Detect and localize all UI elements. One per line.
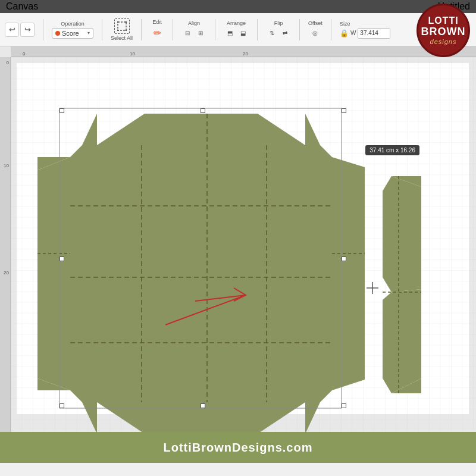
svg-point-2 bbox=[125, 21, 127, 23]
operation-value: Score bbox=[62, 30, 86, 37]
right-panel bbox=[332, 157, 365, 390]
divider-4 bbox=[173, 19, 173, 40]
left-panel bbox=[37, 157, 70, 390]
divider-7 bbox=[299, 19, 300, 40]
logo-brown: BROWN bbox=[421, 26, 466, 38]
divider-5 bbox=[215, 19, 215, 40]
logo-circle: LOTTI BROWN designs bbox=[416, 4, 470, 57]
operation-select[interactable]: Score ▾ bbox=[52, 28, 93, 39]
undo-button[interactable]: ↩ bbox=[5, 23, 19, 37]
flip-icons: ⇅ ⇄ bbox=[266, 27, 291, 39]
sel-handle-ml[interactable] bbox=[60, 256, 64, 261]
toolbar: ↩ ↪ Operation Score ▾ Select All Edit ✏ bbox=[0, 13, 476, 46]
divider-1 bbox=[43, 19, 43, 40]
top-bar: Canvas Untitled bbox=[0, 0, 476, 13]
flip-group: Flip ⇅ ⇄ bbox=[266, 20, 291, 39]
main-panel bbox=[70, 145, 332, 402]
operation-color-dot bbox=[55, 31, 60, 36]
sel-handle-bm[interactable] bbox=[201, 403, 205, 408]
align-left-button[interactable]: ⊟ bbox=[181, 27, 193, 39]
ruler-left: 0 10 20 bbox=[0, 57, 11, 432]
sel-handle-mr[interactable] bbox=[342, 256, 346, 261]
size-label: Size bbox=[340, 21, 350, 27]
operation-label: Operation bbox=[61, 21, 84, 27]
redo-button[interactable]: ↪ bbox=[20, 23, 35, 37]
size-w-label: W bbox=[350, 30, 356, 36]
canvas-area[interactable]: 0 10 20 0 10 20 bbox=[0, 46, 476, 432]
ruler-v-tick-20: 20 bbox=[4, 270, 9, 275]
svg-rect-0 bbox=[118, 22, 126, 30]
size-w-row: 🔒 W bbox=[340, 28, 390, 39]
edit-group: Edit ✏ bbox=[150, 19, 164, 40]
align-label: Align bbox=[188, 20, 200, 26]
size-tooltip: 37.41 cm x 16.26 bbox=[365, 145, 419, 155]
arrange-button-1[interactable]: ⬒ bbox=[224, 27, 236, 39]
offset-group: Offset ◎ bbox=[308, 20, 322, 39]
align-group: Align ⊟ ⊞ bbox=[181, 20, 206, 39]
sel-handle-tr[interactable] bbox=[342, 108, 346, 113]
select-all-icon[interactable] bbox=[114, 18, 130, 34]
ruler-v-tick-0: 0 bbox=[7, 60, 9, 65]
canvas-label: Canvas bbox=[6, 1, 38, 12]
design-area: 37.41 cm x 16.26 bbox=[11, 57, 476, 432]
sel-handle-br[interactable] bbox=[342, 403, 346, 408]
ruler-h-tick-0: 0 bbox=[23, 51, 25, 57]
divider-2 bbox=[102, 19, 102, 40]
arrange-group: Arrange ⬒ ⬓ bbox=[224, 20, 249, 39]
lock-icon[interactable]: 🔒 bbox=[340, 29, 349, 37]
arrange-label: Arrange bbox=[227, 20, 246, 26]
svg-point-1 bbox=[117, 21, 119, 23]
align-icons: ⊟ ⊞ bbox=[181, 27, 206, 39]
ruler-h-tick-20: 20 bbox=[243, 51, 248, 57]
sel-handle-bl[interactable] bbox=[60, 403, 64, 408]
flip-label: Flip bbox=[274, 20, 283, 26]
select-all-group: Select All bbox=[111, 18, 133, 41]
undo-redo-group: ↩ ↪ bbox=[5, 23, 35, 37]
size-w-input[interactable] bbox=[358, 28, 390, 39]
logo-lotti: LOTTI bbox=[428, 15, 458, 26]
right-extra-piece bbox=[383, 176, 421, 292]
select-all-label: Select All bbox=[111, 35, 133, 41]
bottom-bar: LottiBrownDesigns.com bbox=[0, 432, 476, 463]
arrange-icons: ⬒ ⬓ bbox=[224, 27, 249, 39]
offset-icons: ◎ bbox=[309, 27, 321, 39]
right-extra-piece-2 bbox=[383, 289, 421, 393]
ruler-v-tick-10: 10 bbox=[4, 163, 9, 168]
logo-designs: designs bbox=[430, 38, 457, 45]
operation-group: Operation Score ▾ bbox=[52, 21, 93, 39]
divider-3 bbox=[141, 19, 142, 40]
ruler-h-tick-10: 10 bbox=[130, 51, 135, 57]
arrange-button-2[interactable]: ⬓ bbox=[237, 27, 249, 39]
edit-label: Edit bbox=[152, 19, 162, 25]
size-group: Size 🔒 W bbox=[340, 21, 390, 39]
svg-point-4 bbox=[125, 29, 127, 31]
chevron-down-icon: ▾ bbox=[87, 30, 90, 36]
bottom-text: LottiBrownDesigns.com bbox=[163, 441, 312, 455]
sel-handle-tm[interactable] bbox=[201, 108, 205, 113]
svg-point-3 bbox=[117, 29, 119, 31]
divider-8 bbox=[331, 19, 331, 40]
align-center-button[interactable]: ⊞ bbox=[195, 27, 206, 39]
ruler-top: 0 10 20 bbox=[11, 46, 476, 57]
size-tooltip-text: 37.41 cm x 16.26 bbox=[369, 147, 415, 154]
offset-label: Offset bbox=[308, 20, 322, 26]
flip-v-button[interactable]: ⇄ bbox=[279, 27, 291, 39]
sel-handle-tl[interactable] bbox=[60, 108, 64, 113]
divider-6 bbox=[257, 19, 258, 40]
design-svg bbox=[11, 57, 476, 432]
flip-h-button[interactable]: ⇅ bbox=[266, 27, 278, 39]
edit-button[interactable]: ✏ bbox=[150, 26, 164, 40]
offset-button[interactable]: ◎ bbox=[309, 27, 321, 39]
